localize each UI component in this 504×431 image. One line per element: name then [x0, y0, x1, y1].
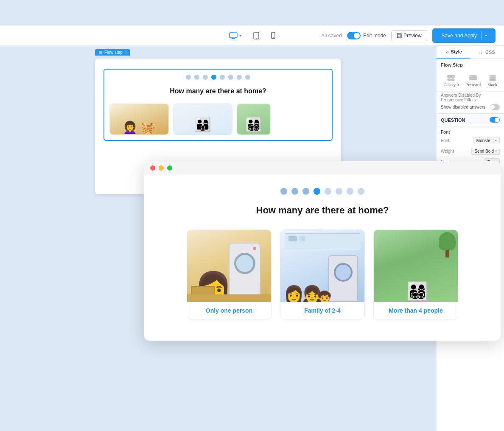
tab-style[interactable]: Style	[437, 46, 470, 59]
preview-card-3-label: More than 4 people	[374, 302, 458, 319]
edit-mode-toggle[interactable]: Edit mode	[347, 32, 386, 39]
preview-card-3-image: 👨‍👩‍👧‍👦	[374, 230, 458, 302]
preview-card-1-label: Only one person	[187, 302, 271, 319]
mobile-device-btn[interactable]	[269, 30, 278, 41]
svg-point-4	[256, 38, 257, 39]
flow-step-icon	[98, 50, 103, 55]
titlebar-maximize[interactable]	[167, 165, 172, 171]
postcard-btn[interactable]: Postcard	[464, 72, 482, 89]
gallery-label: Gallery 9	[443, 83, 459, 87]
show-disabled-label: Show disabled answers	[441, 105, 485, 109]
titlebar-close[interactable]	[150, 165, 155, 171]
svg-point-6	[273, 37, 274, 38]
toggle-knob	[354, 33, 360, 39]
preview-dot-8	[358, 188, 364, 195]
tablet-device-btn[interactable]	[251, 30, 262, 41]
svg-rect-17	[490, 79, 496, 81]
gallery-btn[interactable]: Gallery 9	[442, 72, 460, 89]
editor-card-2-image	[174, 104, 232, 134]
preview-machine-drum-2	[334, 263, 353, 282]
font-value[interactable]: Monste... ▾	[473, 137, 500, 144]
panel-tabs: Style {} CSS	[437, 46, 504, 59]
editor-question-title: How many are there at home?	[109, 87, 327, 95]
editor-dot-8	[245, 75, 250, 80]
preview-card-2-label: Family of 2-4	[280, 302, 364, 319]
question-section-label: QUESTION	[441, 118, 465, 123]
edit-mode-switch[interactable]	[347, 32, 361, 39]
save-apply-btn-group: Save and Apply ▾	[432, 28, 496, 43]
svg-rect-10	[451, 75, 454, 78]
editor-dot-2	[194, 75, 199, 80]
stack-label: Stack	[487, 83, 497, 87]
save-apply-arrow[interactable]: ▾	[481, 31, 490, 40]
style-icon	[445, 50, 449, 54]
editor-toolbar: ▾ All saved Edit mode Preview Save and A…	[0, 25, 504, 46]
preview-card-2[interactable]: 👩👧 🧒 Family of 2-4	[280, 229, 365, 319]
preview-big-family: 👨‍👩‍👧‍👦	[406, 283, 425, 300]
svg-rect-18	[99, 51, 102, 54]
preview-family-people: 👩👧	[284, 286, 320, 302]
svg-rect-0	[230, 33, 237, 38]
save-apply-button[interactable]: Save and Apply ▾	[432, 28, 496, 43]
all-saved-label: All saved	[321, 33, 342, 39]
selected-element[interactable]: How many are there at home? Only one per…	[104, 69, 333, 141]
editor-card-1[interactable]: Only one person	[109, 104, 169, 135]
preview-titlebar	[144, 161, 501, 175]
editor-dot-1	[186, 75, 191, 80]
toolbar-right: All saved Edit mode Preview Save and App…	[321, 28, 496, 43]
preview-dot-2	[291, 188, 298, 195]
preview-card-1[interactable]: 👩 Only one person	[187, 229, 272, 319]
tab-css[interactable]: {} CSS	[470, 46, 504, 59]
flow-step-section-title: Flow Step	[437, 59, 504, 69]
preview-dot-6	[336, 188, 342, 195]
preview-shelf-item-2	[300, 236, 305, 241]
editor-card-2-label: Family of	[174, 134, 232, 135]
answers-disabled-label: Answers Disabled By Progressive Filters	[437, 92, 504, 103]
preview-dot-7	[347, 188, 353, 195]
preview-cards: 👩 Only one person	[187, 229, 458, 319]
preview-card-3[interactable]: 👨‍👩‍👧‍👦 More than 4 people	[373, 229, 458, 319]
weight-value[interactable]: Semi Bold ▾	[471, 148, 500, 155]
question-toggle[interactable]	[490, 117, 500, 123]
editor-dot-3	[203, 75, 208, 80]
preview-tree-trunk	[445, 250, 449, 257]
question-knob	[495, 118, 499, 122]
preview-card-2-image: 👩👧 🧒	[280, 230, 364, 302]
show-disabled-toggle[interactable]	[490, 104, 500, 110]
svg-rect-11	[448, 79, 451, 81]
question-section-row: QUESTION	[437, 115, 504, 124]
preview-dot-3	[302, 188, 309, 195]
preview-card-1-img-bg: 👩	[187, 230, 271, 302]
preview-floor	[187, 294, 271, 302]
flow-step-icon-row: Gallery 9 Postcard Stack	[437, 69, 504, 92]
svg-rect-9	[448, 75, 451, 78]
preview-card-1-image: 👩	[187, 230, 271, 302]
postcard-icon	[469, 73, 477, 82]
weight-chevron: ▾	[495, 149, 497, 153]
preview-family-child: 🧒	[318, 291, 331, 302]
preview-card-2-img-bg: 👩👧 🧒	[280, 230, 364, 302]
preview-dot-1	[280, 188, 287, 195]
postcard-label: Postcard	[465, 83, 481, 87]
svg-rect-1	[232, 38, 235, 39]
desktop-device-btn[interactable]: ▾	[227, 31, 244, 41]
font-chevron: ▾	[495, 139, 497, 143]
show-disabled-row: Show disabled answers	[437, 103, 504, 112]
preview-body: How many are there at home? 👩	[144, 175, 501, 341]
editor-dot-6	[228, 75, 233, 80]
edit-mode-label: Edit mode	[363, 33, 386, 39]
css-icon: {}	[479, 50, 484, 54]
editor-card-3[interactable]	[237, 104, 271, 135]
font-label: Font	[441, 138, 449, 143]
show-disabled-knob	[490, 105, 495, 109]
svg-rect-12	[451, 79, 454, 81]
preview-button[interactable]: Preview	[391, 30, 427, 41]
preview-window: How many are there at home? 👩	[144, 161, 501, 341]
svg-rect-16	[490, 77, 496, 78]
stack-btn[interactable]: Stack	[486, 72, 499, 89]
preview-icon	[397, 33, 402, 38]
titlebar-minimize[interactable]	[159, 165, 164, 171]
font-row: Font Monste... ▾	[437, 135, 504, 146]
editor-card-2[interactable]: Family of	[173, 104, 232, 135]
flow-step-badge: Flow step i	[95, 49, 130, 56]
